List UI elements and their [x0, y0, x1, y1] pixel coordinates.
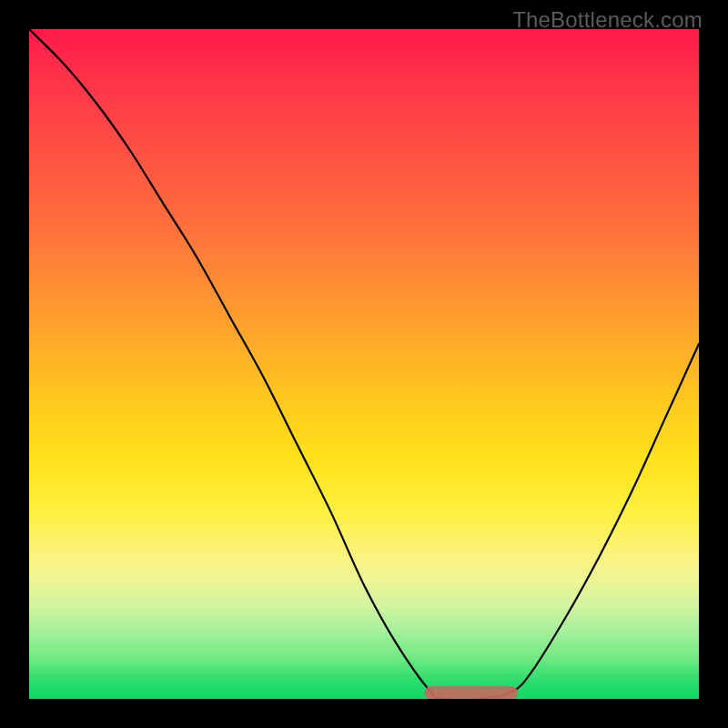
bottleneck-curve	[29, 29, 699, 699]
curve-svg	[29, 29, 699, 699]
chart-frame: TheBottleneck.com	[0, 0, 728, 728]
plot-area	[29, 29, 699, 699]
